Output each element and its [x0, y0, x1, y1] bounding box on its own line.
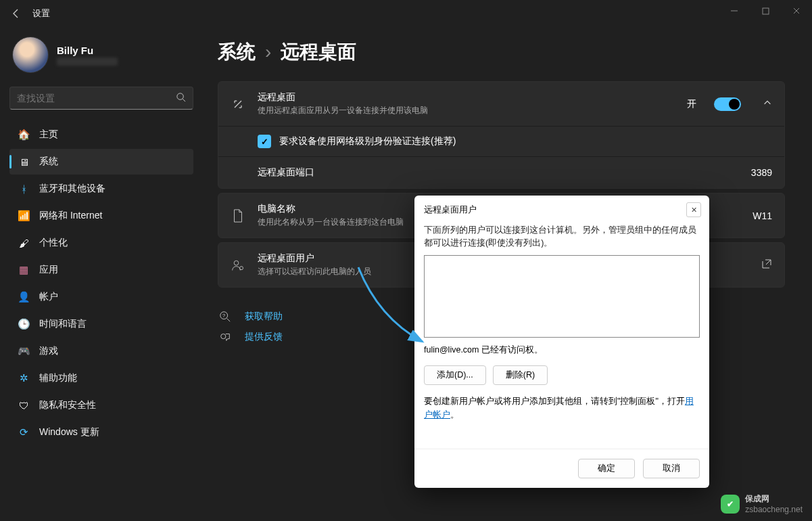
nav-item-0[interactable]: 🏠主页	[9, 122, 193, 148]
ok-button[interactable]: 确定	[578, 459, 635, 478]
maximize-icon	[762, 7, 769, 15]
nav-icon: ᚼ	[18, 183, 30, 195]
dialog-note: 要创建新用户帐户或将用户添加到其他组，请转到"控制面板"，打开用户帐户。	[424, 394, 700, 422]
sidebar: Billy Fu 🏠主页🖥系统ᚼ蓝牙和其他设备📶网络和 Internet🖌个性化…	[0, 27, 203, 521]
nav-label: 游戏	[39, 345, 58, 357]
close-button[interactable]	[781, 0, 812, 22]
nav-item-3[interactable]: 📶网络和 Internet	[9, 203, 193, 229]
breadcrumb: 系统 › 远程桌面	[218, 39, 785, 65]
nav-icon: 🛡	[18, 399, 30, 411]
svg-point-4	[234, 260, 239, 265]
nav-item-9[interactable]: ✲辅助功能	[9, 365, 193, 391]
title-bar: 设置	[0, 0, 812, 27]
chevron-right-icon: ›	[265, 41, 271, 63]
nav-label: 帐户	[39, 291, 58, 303]
nav-item-11[interactable]: ⟳Windows 更新	[9, 420, 193, 445]
dialog-title: 远程桌面用户	[424, 204, 477, 216]
document-icon	[231, 209, 245, 223]
svg-point-5	[240, 266, 243, 269]
remote-desktop-toggle[interactable]	[714, 97, 741, 111]
port-row: 远程桌面端口 3389	[218, 157, 784, 188]
dialog-close-button[interactable]: ✕	[686, 202, 701, 217]
toggle-state-label: 开	[687, 98, 696, 110]
arrow-left-icon	[11, 8, 22, 19]
nav-icon: ▦	[18, 264, 30, 276]
window-controls	[719, 0, 812, 22]
nav-item-2[interactable]: ᚼ蓝牙和其他设备	[9, 176, 193, 202]
nav-icon: 🎮	[18, 345, 30, 357]
search-box[interactable]	[9, 87, 193, 110]
rd-users-dialog: 远程桌面用户 ✕ 下面所列的用户可以连接到这台计算机。另外，管理员组中的任何成员…	[414, 196, 709, 488]
nla-label: 要求设备使用网络级别身份验证连接(推荐)	[279, 135, 456, 148]
nav-item-4[interactable]: 🖌个性化	[9, 230, 193, 256]
nav-item-5[interactable]: ▦应用	[9, 257, 193, 283]
nav-item-8[interactable]: 🎮游戏	[9, 338, 193, 364]
nav-icon: ✲	[18, 372, 30, 384]
watermark-name: 保成网	[745, 493, 803, 505]
cancel-button[interactable]: 取消	[643, 459, 700, 478]
avatar	[12, 37, 49, 73]
nav-item-1[interactable]: 🖥系统	[9, 149, 193, 175]
user-profile[interactable]: Billy Fu	[9, 34, 193, 76]
nav-item-10[interactable]: 🛡隐私和安全性	[9, 392, 193, 418]
chevron-up-icon[interactable]	[763, 98, 772, 110]
nav-item-6[interactable]: 👤帐户	[9, 284, 193, 310]
remote-desktop-icon	[231, 97, 245, 111]
watermark: ✔ 保成网 zsbaocheng.net	[721, 493, 803, 514]
user-name: Billy Fu	[57, 45, 118, 56]
nav-label: 主页	[39, 129, 58, 141]
breadcrumb-root[interactable]: 系统	[218, 39, 256, 65]
nav-icon: 👤	[18, 291, 30, 303]
nav-label: 应用	[39, 264, 58, 276]
remove-button[interactable]: 删除(R)	[493, 365, 548, 385]
external-link-icon	[761, 258, 772, 272]
nav-label: 时间和语言	[39, 318, 87, 330]
nav-icon: 🖌	[18, 237, 30, 249]
nav-label: 个性化	[39, 237, 68, 249]
nav-label: 隐私和安全性	[39, 399, 96, 411]
remote-desktop-row[interactable]: 远程桌面 使用远程桌面应用从另一设备连接并使用该电脑 开	[218, 82, 784, 126]
help-icon: ?	[218, 311, 233, 323]
maximize-button[interactable]	[750, 0, 781, 22]
nav-label: 蓝牙和其他设备	[39, 183, 105, 195]
remote-desktop-card: 远程桌面 使用远程桌面应用从另一设备连接并使用该电脑 开 ✓ 要求设备使用网络级…	[218, 81, 785, 189]
nav-icon: 📶	[18, 210, 30, 222]
access-line: fulin@live.com 已经有访问权。	[424, 344, 700, 356]
search-input[interactable]	[17, 93, 176, 104]
add-button[interactable]: 添加(D)...	[424, 365, 486, 385]
remote-desktop-title: 远程桌面	[258, 91, 675, 104]
watermark-url: zsbaocheng.net	[745, 505, 803, 514]
remote-desktop-sub: 使用远程桌面应用从另一设备连接并使用该电脑	[258, 105, 675, 116]
nav-label: 网络和 Internet	[39, 210, 102, 222]
close-icon: ✕	[691, 206, 697, 214]
svg-point-8	[221, 334, 226, 339]
minimize-button[interactable]	[719, 0, 750, 22]
port-value: 3389	[751, 167, 772, 178]
port-label: 远程桌面端口	[231, 166, 314, 179]
watermark-logo-icon: ✔	[721, 495, 740, 514]
svg-rect-1	[763, 8, 769, 14]
breadcrumb-leaf: 远程桌面	[281, 39, 356, 65]
nav-list: 🏠主页🖥系统ᚼ蓝牙和其他设备📶网络和 Internet🖌个性化▦应用👤帐户🕒时间…	[9, 122, 193, 445]
svg-point-2	[177, 93, 183, 99]
user-email-redacted	[57, 58, 118, 66]
nav-label: 辅助功能	[39, 372, 77, 384]
nla-checkbox[interactable]: ✓	[258, 135, 271, 148]
pc-name-value: W11	[753, 210, 772, 221]
nav-icon: ⟳	[18, 426, 30, 438]
window-title: 设置	[32, 7, 50, 20]
search-icon	[176, 92, 186, 105]
feedback-icon	[218, 331, 233, 343]
nav-icon: 🏠	[18, 129, 30, 141]
nav-item-7[interactable]: 🕒时间和语言	[9, 311, 193, 337]
minimize-icon	[730, 7, 738, 15]
nav-label: 系统	[39, 156, 58, 168]
back-button[interactable]	[5, 3, 27, 24]
svg-text:?: ?	[222, 313, 225, 319]
users-icon	[231, 258, 245, 272]
users-listbox[interactable]	[424, 255, 700, 338]
svg-line-3	[183, 99, 185, 101]
nla-row[interactable]: ✓ 要求设备使用网络级别身份验证连接(推荐)	[218, 127, 784, 156]
dialog-description: 下面所列的用户可以连接到这台计算机。另外，管理员组中的任何成员都可以进行连接(即…	[424, 224, 700, 250]
nav-label: Windows 更新	[39, 426, 99, 438]
